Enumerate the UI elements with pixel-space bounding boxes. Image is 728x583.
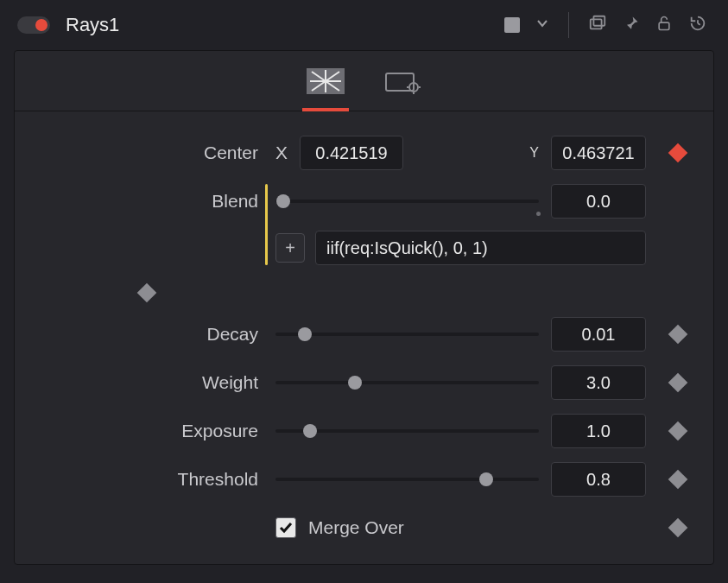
center-y-label: Y [529, 145, 539, 161]
add-expression-button[interactable]: + [275, 233, 305, 263]
weight-label: Weight [30, 372, 263, 393]
param-row-blend: Blend 0.0 + iif(req:IsQuick(), 0, 1) [30, 177, 698, 310]
param-row-merge-over: Merge Over [30, 504, 698, 552]
tile-color-chip[interactable] [504, 17, 520, 33]
merge-over-keyframe[interactable] [658, 521, 698, 535]
blend-expression-field[interactable]: iif(req:IsQuick(), 0, 1) [315, 231, 646, 265]
blend-expression-row: + iif(req:IsQuick(), 0, 1) [275, 231, 646, 265]
chevron-down-icon[interactable] [535, 16, 549, 34]
versions-icon[interactable] [588, 14, 607, 36]
exposure-label: Exposure [30, 421, 263, 441]
blend-label: Blend [30, 184, 263, 212]
decay-label: Decay [30, 324, 263, 345]
center-label: Center [30, 143, 263, 163]
param-row-decay: Decay 0.01 [30, 310, 698, 358]
exposure-keyframe[interactable] [658, 424, 698, 438]
param-row-center: Center X 0.421519 Y 0.463721 [30, 129, 698, 177]
blend-slider[interactable] [275, 192, 539, 211]
center-keyframe[interactable] [658, 146, 698, 160]
inspector-header: Rays1 [0, 0, 728, 50]
threshold-slider[interactable] [275, 470, 539, 489]
param-row-weight: Weight 3.0 [30, 358, 698, 407]
merge-over-group: Merge Over [275, 517, 646, 538]
lock-icon[interactable] [655, 14, 673, 36]
svg-rect-0 [591, 19, 602, 29]
threshold-label: Threshold [30, 469, 263, 490]
param-body: Center X 0.421519 Y 0.463721 Blend [15, 111, 713, 564]
center-y-field[interactable]: 0.463721 [551, 136, 646, 170]
header-tools [504, 12, 707, 38]
decay-keyframe[interactable] [658, 327, 698, 341]
expression-indicator-bar [265, 184, 268, 265]
svg-rect-2 [659, 22, 669, 29]
divider [568, 12, 569, 38]
center-x-label: X [275, 143, 288, 163]
tab-settings[interactable] [383, 67, 423, 96]
center-x-group: X 0.421519 [275, 136, 539, 170]
decay-value-field[interactable]: 0.01 [551, 317, 646, 352]
svg-line-4 [698, 23, 700, 25]
decay-slider[interactable] [275, 325, 539, 344]
merge-over-checkbox[interactable] [275, 517, 296, 538]
svg-rect-1 [593, 16, 605, 26]
exposure-slider[interactable] [275, 421, 539, 440]
pin-icon[interactable] [623, 15, 640, 35]
center-y-group: Y 0.463721 [551, 136, 646, 170]
center-x-field[interactable]: 0.421519 [300, 136, 403, 170]
blend-value-field[interactable]: 0.0 [551, 184, 646, 219]
slider-default-marker [536, 212, 541, 216]
blend-block: 0.0 + iif(req:IsQuick(), 0, 1) [275, 184, 646, 265]
node-enable-toggle[interactable] [17, 16, 50, 34]
weight-value-field[interactable]: 3.0 [551, 365, 646, 400]
threshold-keyframe[interactable] [658, 472, 698, 486]
exposure-value-field[interactable]: 1.0 [551, 414, 646, 448]
param-row-exposure: Exposure 1.0 [30, 407, 698, 455]
weight-keyframe[interactable] [658, 376, 698, 390]
tab-controls[interactable] [306, 67, 345, 96]
weight-slider[interactable] [275, 373, 539, 392]
blend-keyframe[interactable] [30, 277, 263, 300]
param-row-threshold: Threshold 0.8 [30, 455, 698, 504]
inspector-panel: Center X 0.421519 Y 0.463721 Blend [14, 50, 714, 565]
reset-icon[interactable] [688, 14, 707, 36]
merge-over-label: Merge Over [308, 517, 404, 538]
tab-strip [15, 51, 713, 111]
threshold-value-field[interactable]: 0.8 [551, 462, 646, 497]
node-name[interactable]: Rays1 [66, 14, 119, 36]
